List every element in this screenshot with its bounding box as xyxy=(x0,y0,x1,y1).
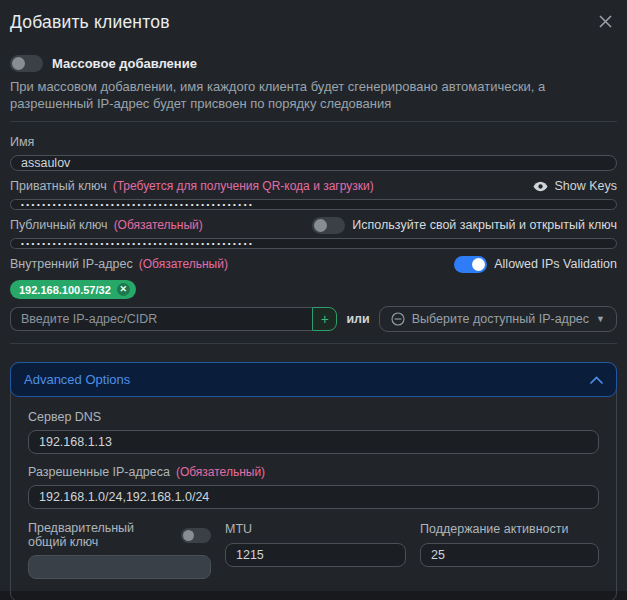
ip-cidr-input[interactable] xyxy=(10,307,312,331)
use-own-keys-label: Используйте свой закрытый и открытый клю… xyxy=(352,218,617,232)
preshared-key-label: Предварительный общий ключ xyxy=(28,521,169,549)
bulk-add-toggle[interactable] xyxy=(10,55,43,72)
preshared-key-toggle[interactable] xyxy=(181,528,211,543)
mtu-input[interactable] xyxy=(225,543,406,567)
internal-ip-hint: (Обязательный) xyxy=(139,257,228,271)
stack-icon xyxy=(391,312,405,326)
or-label: или xyxy=(346,312,369,326)
bulk-add-label: Массовое добавление xyxy=(52,56,197,71)
show-keys-label: Show Keys xyxy=(554,179,617,193)
allowed-ips-validation-toggle[interactable] xyxy=(454,256,487,273)
mtu-label: MTU xyxy=(225,522,252,536)
use-own-keys-toggle[interactable] xyxy=(312,217,345,234)
public-key-input[interactable] xyxy=(10,238,617,249)
keepalive-label: Поддержание активности xyxy=(420,522,569,536)
page-title: Добавить клиентов xyxy=(10,12,170,33)
add-clients-modal: Добавить клиентов Массовое добавление Пр… xyxy=(0,0,627,591)
preshared-key-input[interactable] xyxy=(28,555,211,579)
close-x-glyph xyxy=(598,14,613,29)
modal-header: Добавить клиентов xyxy=(10,12,617,33)
chevron-down-icon: ▼ xyxy=(596,314,605,324)
toggle-knob xyxy=(183,530,194,541)
name-input[interactable] xyxy=(10,155,617,171)
close-icon[interactable] xyxy=(594,12,617,31)
allowed-ips-validation-label: Allowed IPs Validation xyxy=(494,257,617,271)
show-keys-button[interactable]: Show Keys xyxy=(533,179,617,193)
allowed-ips-input[interactable] xyxy=(28,485,599,509)
name-label: Имя xyxy=(10,135,34,149)
toggle-knob xyxy=(314,219,327,232)
ip-tag-value: 192.168.100.57/32 xyxy=(19,284,111,296)
allowed-ips-hint: (Обязательный) xyxy=(176,465,265,479)
advanced-options-body: Сервер DNS Разрешенные IP-адреса (Обязат… xyxy=(11,396,616,600)
advanced-options-panel: Advanced Options Сервер DNS Разрешенные … xyxy=(10,362,617,600)
add-ip-button[interactable]: + xyxy=(312,307,337,331)
ip-address-tag: 192.168.100.57/32 ✕ xyxy=(10,280,136,299)
chevron-up-icon xyxy=(590,376,603,384)
allowed-ips-label: Разрешенные IP-адреса xyxy=(28,465,170,479)
public-key-hint: (Обязательный) xyxy=(114,218,203,232)
plus-icon: + xyxy=(321,312,329,326)
advanced-options-label: Advanced Options xyxy=(24,372,130,387)
bulk-add-row: Массовое добавление xyxy=(10,55,617,72)
section-divider xyxy=(10,121,617,122)
eye-icon xyxy=(533,181,548,192)
section-divider xyxy=(10,343,617,344)
bulk-add-description: При массовом добавлении, имя каждого кли… xyxy=(10,79,610,112)
private-key-input[interactable] xyxy=(10,199,617,210)
public-key-label: Публичный ключ xyxy=(10,218,108,232)
toggle-knob xyxy=(12,57,25,70)
available-ip-select-label: Выберите доступный IP-адрес xyxy=(412,312,589,326)
dns-input[interactable] xyxy=(28,430,599,454)
advanced-options-header[interactable]: Advanced Options xyxy=(10,362,617,397)
available-ip-select[interactable]: Выберите доступный IP-адрес ▼ xyxy=(379,306,617,332)
private-key-hint: (Требуется для получения QR-кода и загру… xyxy=(113,179,374,193)
remove-ip-icon[interactable]: ✕ xyxy=(117,283,130,296)
advanced-bottom-row: Предварительный общий ключ MTU xyxy=(28,518,599,586)
internal-ip-label: Внутренний IP-адрес xyxy=(10,257,133,271)
private-key-label: Приватный ключ xyxy=(10,179,107,193)
dns-label: Сервер DNS xyxy=(28,410,101,424)
toggle-knob xyxy=(472,258,485,271)
keepalive-input[interactable] xyxy=(420,543,599,567)
ip-input-row: + или Выберите доступный IP-адрес ▼ xyxy=(10,306,617,332)
